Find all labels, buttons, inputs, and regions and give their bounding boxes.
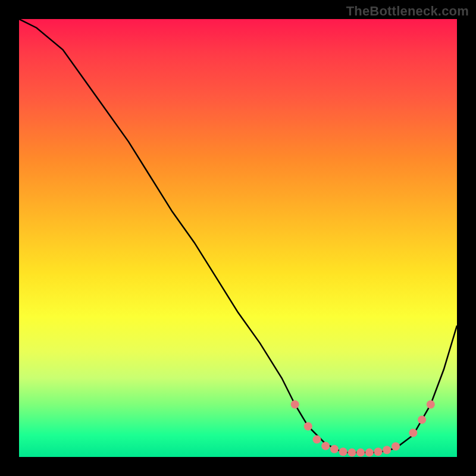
curve-marker (383, 446, 391, 454)
curve-marker (356, 449, 365, 457)
chart-svg (19, 19, 457, 457)
curve-marker (365, 449, 374, 457)
curve-marker (418, 415, 426, 424)
curve-marker (321, 442, 330, 450)
curve-marker (409, 429, 417, 437)
curve-markers (291, 400, 435, 457)
watermark-text: TheBottleneck.com (346, 4, 469, 19)
curve-marker (313, 436, 321, 444)
bottleneck-curve (19, 19, 457, 453)
curve-marker (304, 422, 312, 431)
chart-plot-area (19, 19, 457, 457)
curve-marker (291, 400, 299, 409)
curve-marker (392, 442, 400, 450)
chart-frame: TheBottleneck.com (0, 0, 476, 476)
curve-marker (347, 449, 356, 457)
curve-marker (374, 447, 383, 456)
curve-marker (330, 445, 339, 453)
curve-marker (427, 400, 435, 409)
curve-marker (339, 447, 347, 456)
